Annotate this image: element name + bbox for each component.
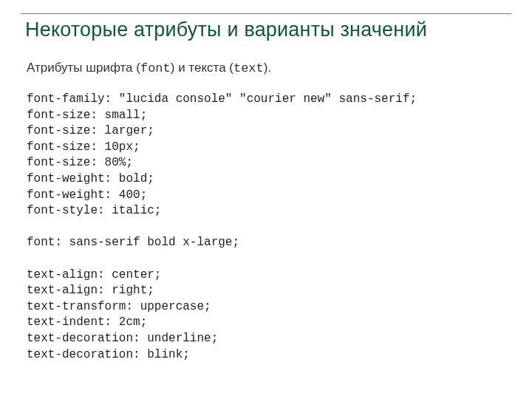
slide: Некоторые атрибуты и варианты значений А… bbox=[0, 0, 532, 399]
intro-text-2: ) и текста ( bbox=[171, 61, 233, 75]
intro-text-3: ). bbox=[264, 61, 271, 75]
slide-body: Атрибуты шрифта (font) и текста (text). … bbox=[27, 61, 511, 363]
code-block: font-family: "lucida console" "courier n… bbox=[27, 92, 511, 363]
slide-title: Некоторые атрибуты и варианты значений bbox=[25, 18, 511, 41]
intro-font-keyword: font bbox=[140, 61, 171, 75]
intro-line: Атрибуты шрифта (font) и текста (text). bbox=[27, 61, 511, 75]
intro-text-1: Атрибуты шрифта ( bbox=[27, 61, 140, 75]
intro-text-keyword: text bbox=[233, 61, 264, 75]
title-rule bbox=[21, 13, 511, 14]
